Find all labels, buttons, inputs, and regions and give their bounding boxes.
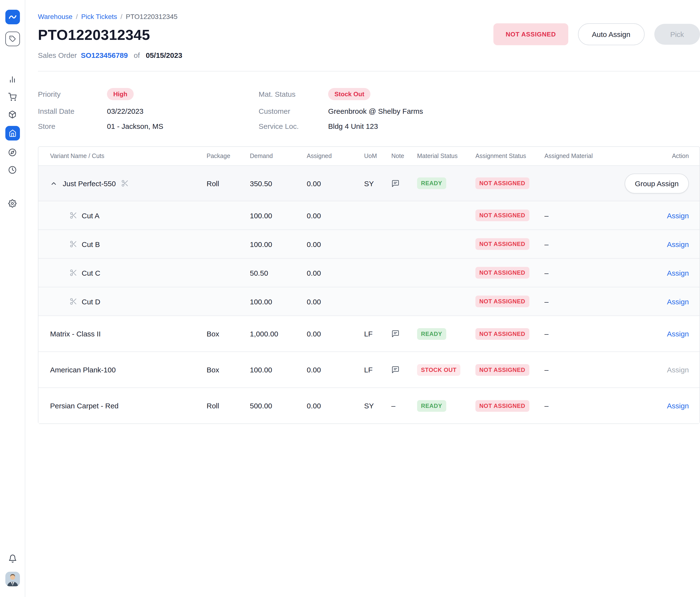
breadcrumb-pick-tickets[interactable]: Pick Tickets bbox=[81, 13, 117, 20]
assign-link-disabled[interactable]: Assign bbox=[667, 366, 689, 374]
ticket-status-badge: NOT ASSIGNED bbox=[493, 23, 568, 45]
sidebar-bottom bbox=[5, 554, 20, 597]
sales-order-label: Sales Order bbox=[38, 51, 77, 59]
assigned-value: 0.00 bbox=[307, 330, 364, 338]
demand-value: 100.00 bbox=[250, 366, 307, 374]
cut-name: Cut A bbox=[82, 211, 99, 220]
assigned-material-value: – bbox=[545, 402, 625, 410]
avatar[interactable] bbox=[5, 572, 20, 586]
sidebar-item-dispatch[interactable] bbox=[8, 148, 17, 156]
compass-icon bbox=[8, 148, 17, 156]
table-row: Cut A 100.00 0.00 NOT ASSIGNED – Assign bbox=[39, 201, 700, 229]
clock-icon bbox=[8, 166, 17, 174]
assignment-status-badge: NOT ASSIGNED bbox=[475, 296, 529, 307]
material-status-badge: STOCK OUT bbox=[417, 364, 460, 376]
note-empty: – bbox=[391, 402, 417, 410]
sidebar-item-settings[interactable] bbox=[8, 199, 17, 207]
table-row: American Plank-100 Box 100.00 0.00 LF ST… bbox=[39, 351, 700, 388]
cart-icon bbox=[8, 93, 17, 101]
breadcrumb: Warehouse/Pick Tickets/PTO1220312345 bbox=[38, 13, 182, 20]
assign-link[interactable]: Assign bbox=[667, 240, 689, 248]
app-logo[interactable] bbox=[5, 10, 20, 24]
auto-assign-button[interactable]: Auto Assign bbox=[578, 23, 644, 45]
table-row: Persian Carpet - Red Roll 500.00 0.00 SY… bbox=[39, 388, 700, 423]
sidebar-item-warehouse[interactable] bbox=[5, 126, 20, 141]
pick-button[interactable]: Pick bbox=[654, 24, 700, 45]
page-header: Warehouse/Pick Tickets/PTO1220312345 PTO… bbox=[38, 13, 700, 59]
notifications-button[interactable] bbox=[8, 554, 17, 563]
variant-name: Persian Carpet - Red bbox=[50, 402, 119, 410]
group-assign-button[interactable]: Group Assign bbox=[625, 173, 689, 193]
assignment-status-badge: NOT ASSIGNED bbox=[475, 364, 529, 376]
assign-link[interactable]: Assign bbox=[667, 330, 689, 338]
col-assignment-status: Assignment Status bbox=[475, 153, 545, 159]
sidebar bbox=[0, 0, 25, 597]
variant-name: Just Perfect-550 bbox=[63, 179, 116, 188]
note-icon[interactable] bbox=[391, 366, 417, 374]
material-status-badge: READY bbox=[417, 400, 446, 412]
page-title: PTO1220312345 bbox=[38, 27, 182, 43]
cut-name: Cut C bbox=[82, 269, 100, 277]
variant-name: American Plank-100 bbox=[50, 366, 116, 374]
sidebar-item-inventory[interactable] bbox=[8, 110, 17, 119]
assignment-status-badge: NOT ASSIGNED bbox=[475, 400, 529, 412]
header-actions: NOT ASSIGNED Auto Assign Pick bbox=[493, 23, 700, 45]
assignment-status-badge: NOT ASSIGNED bbox=[475, 328, 529, 340]
col-demand: Demand bbox=[250, 153, 307, 159]
assign-link[interactable]: Assign bbox=[667, 402, 689, 410]
table-row: Matrix - Class II Box 1,000.00 0.00 LF R… bbox=[39, 316, 700, 351]
install-date-value: 03/22/2023 bbox=[107, 107, 258, 115]
store-value: 01 - Jackson, MS bbox=[107, 122, 258, 130]
table-row: Cut B 100.00 0.00 NOT ASSIGNED – Assign bbox=[39, 229, 700, 258]
assignment-status-badge: NOT ASSIGNED bbox=[475, 177, 529, 189]
col-material-status: Material Status bbox=[417, 153, 475, 159]
assignment-status-badge: NOT ASSIGNED bbox=[475, 238, 529, 250]
demand-value: 100.00 bbox=[250, 297, 307, 305]
bar-chart-icon bbox=[8, 75, 17, 83]
assign-link[interactable]: Assign bbox=[667, 211, 689, 220]
priority-label: Priority bbox=[38, 90, 107, 98]
priority-badge: High bbox=[107, 88, 134, 100]
uom-value: LF bbox=[364, 330, 391, 338]
customer-value: Greenbrook @ Shelby Farms bbox=[328, 107, 700, 115]
assign-link[interactable]: Assign bbox=[667, 269, 689, 277]
breadcrumb-warehouse[interactable]: Warehouse bbox=[38, 13, 72, 20]
col-uom: UoM bbox=[364, 153, 391, 159]
service-loc-label: Service Loc. bbox=[258, 122, 328, 130]
package-icon bbox=[8, 110, 17, 118]
assigned-value: 0.00 bbox=[307, 402, 364, 410]
package-value: Roll bbox=[207, 402, 250, 410]
sidebar-item-history[interactable] bbox=[8, 165, 17, 174]
note-icon[interactable] bbox=[391, 330, 417, 338]
table-row: Cut D 100.00 0.00 NOT ASSIGNED – Assign bbox=[39, 287, 700, 316]
table-row: Cut C 50.50 0.00 NOT ASSIGNED – Assign bbox=[39, 258, 700, 287]
demand-value: 1,000.00 bbox=[250, 330, 307, 338]
page-header-left: Warehouse/Pick Tickets/PTO1220312345 PTO… bbox=[38, 13, 182, 59]
service-loc-value: Bldg 4 Unit 123 bbox=[328, 122, 700, 130]
gear-icon bbox=[8, 199, 17, 207]
assigned-material-value: – bbox=[545, 366, 625, 374]
install-date-label: Install Date bbox=[38, 107, 107, 115]
home-icon bbox=[8, 129, 16, 137]
assign-link[interactable]: Assign bbox=[667, 297, 689, 305]
main-content: Warehouse/Pick Tickets/PTO1220312345 PTO… bbox=[25, 0, 700, 597]
pick-ticket-table: Variant Name / Cuts Package Demand Assig… bbox=[38, 146, 700, 424]
sidebar-item-orders[interactable] bbox=[8, 92, 17, 101]
demand-value: 100.00 bbox=[250, 240, 307, 248]
collapse-chevron-icon[interactable] bbox=[50, 180, 57, 187]
assigned-value: 0.00 bbox=[307, 269, 364, 277]
assigned-value: 0.00 bbox=[307, 240, 364, 248]
breadcrumb-separator: / bbox=[121, 13, 123, 20]
customer-label: Customer bbox=[258, 107, 328, 115]
note-icon[interactable] bbox=[391, 179, 417, 188]
table-row: Just Perfect-550 Roll 350.50 0.00 SY REA… bbox=[39, 165, 700, 201]
col-assigned: Assigned bbox=[307, 153, 364, 159]
assigned-material-value: – bbox=[545, 269, 625, 277]
sidebar-item-reports[interactable] bbox=[8, 75, 17, 83]
priority-value: High bbox=[107, 88, 258, 100]
sales-order-date: 05/15/2023 bbox=[146, 51, 182, 59]
sales-order-link[interactable]: SO123456789 bbox=[81, 51, 128, 59]
uom-value: SY bbox=[364, 402, 391, 410]
breadcrumb-current: PTO1220312345 bbox=[126, 13, 178, 20]
sidebar-item-pick-ticket[interactable] bbox=[5, 32, 20, 46]
